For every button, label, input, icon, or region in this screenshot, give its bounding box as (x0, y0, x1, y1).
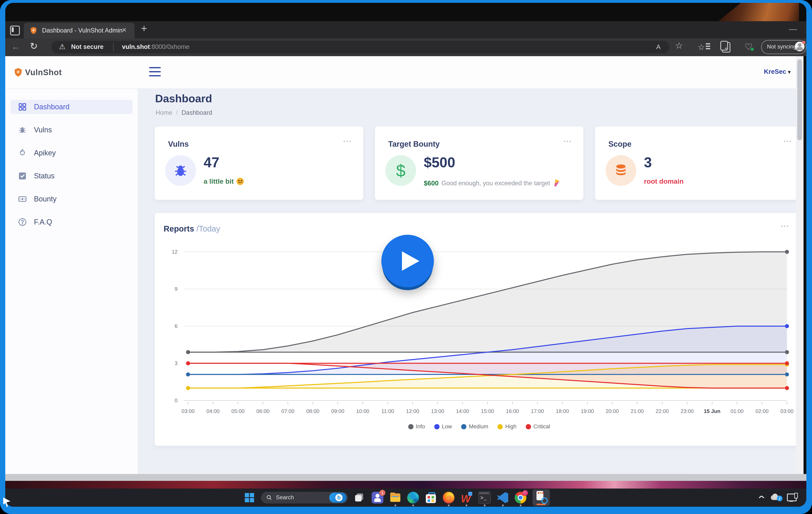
desktop-top-strip (5, 3, 806, 21)
legend-item[interactable]: High (497, 424, 517, 430)
terminal-icon[interactable]: >_ (478, 491, 491, 504)
framed-screen-recording: Dashboard - VulnShot Admin × + — ← ↻ ⚠ N… (0, 0, 812, 514)
bing-chat-icon[interactable]: b (329, 492, 347, 503)
vscode-icon[interactable] (497, 492, 509, 504)
sync-status-button[interactable]: Not syncing (761, 40, 806, 54)
sidebar-item-vulns[interactable]: Vulns (10, 123, 133, 137)
tab-close-icon[interactable]: × (122, 26, 126, 34)
tray-chevron-icon[interactable] (757, 493, 766, 502)
desktop-wallpaper-strip (5, 481, 806, 489)
confetti-ball-emoji (552, 179, 561, 188)
vulns-card: Vulns ••• 47 a little bit (155, 126, 363, 200)
sidebar-item-label: F.A.Q (34, 218, 52, 226)
sidebar-item-label: Vulns (34, 126, 52, 134)
collections-icon[interactable]: + (722, 42, 730, 53)
legend-label: Medium (469, 424, 488, 430)
firefox-icon[interactable] (443, 492, 455, 504)
video-play-button[interactable] (381, 235, 434, 287)
sidebar-item-bounty[interactable]: Bounty (10, 192, 133, 206)
bounty-amount: $500 (424, 154, 455, 171)
svg-text:3: 3 (175, 360, 178, 366)
reports-chart[interactable]: 03691203:0004:0005:0006:0007:0008:0009:0… (163, 245, 797, 427)
svg-text:11:00: 11:00 (381, 408, 394, 414)
svg-text:0: 0 (175, 397, 178, 403)
read-aloud-icon[interactable]: A (656, 43, 661, 51)
svg-text:07:00: 07:00 (281, 408, 294, 414)
vertical-scrollbar[interactable] (796, 56, 804, 474)
task-view-icon[interactable] (354, 492, 366, 504)
favorites-bar-icon[interactable]: ☆ (698, 42, 705, 52)
url-field[interactable]: ⚠ Not secure vuln.shot:8000/0xhome A (51, 41, 669, 53)
vulns-count: 47 (204, 154, 220, 171)
sidebar: Dashboard Vulns Apikey Status (5, 89, 138, 474)
edge-icon[interactable] (407, 492, 419, 504)
file-explorer-icon[interactable] (389, 492, 401, 504)
card-menu-icon[interactable]: ••• (781, 223, 789, 229)
play-icon (402, 251, 419, 271)
page-title: Dashboard (155, 92, 212, 105)
legend-label: Info (416, 424, 425, 430)
legend-swatch (434, 424, 439, 429)
breadcrumb-home[interactable]: Home (155, 109, 172, 116)
sync-label: Not syncing (767, 44, 796, 50)
sidebar-item-faq[interactable]: F.A.Q (10, 215, 133, 229)
bounty-target: $600 (424, 179, 438, 187)
wps-office-icon[interactable]: W (461, 492, 472, 504)
new-tab-icon[interactable]: + (141, 24, 147, 32)
sidebar-item-dashboard[interactable]: Dashboard (10, 100, 133, 114)
user-menu[interactable]: KreSec ▾ (764, 68, 791, 75)
url-host: vuln.shot (122, 43, 150, 50)
vulns-subtitle: a little bit (204, 177, 244, 185)
chrome-icon[interactable] (515, 492, 526, 504)
display-tray-icon[interactable] (787, 493, 798, 503)
legend-swatch (497, 424, 503, 429)
database-icon (606, 155, 636, 186)
legend-item[interactable]: Critical (526, 424, 550, 430)
svg-text:15:00: 15:00 (481, 408, 494, 414)
browser-essentials-icon[interactable]: ♡ (745, 41, 752, 52)
sidebar-item-label: Dashboard (34, 103, 69, 111)
card-menu-icon[interactable]: ••• (563, 138, 572, 144)
legend-item[interactable]: Info (408, 424, 425, 430)
browser-tab-strip: Dashboard - VulnShot Admin × + — (5, 21, 806, 38)
vertical-tabs-icon[interactable] (10, 26, 20, 35)
svg-text:03:00: 03:00 (780, 408, 793, 414)
horizontal-scrollbar[interactable] (5, 474, 806, 481)
scrollbar-thumb[interactable] (797, 59, 802, 140)
legend-item[interactable]: Medium (461, 424, 488, 430)
microsoft-store-icon[interactable] (425, 492, 437, 504)
scope-card: Scope ••• 3 root domain (595, 126, 804, 200)
onedrive-icon[interactable]: i (771, 493, 783, 502)
expressionless-face-emoji (236, 178, 244, 185)
hamburger-menu-icon[interactable] (149, 66, 161, 78)
svg-text:20:00: 20:00 (606, 408, 619, 414)
refresh-icon[interactable]: ↻ (30, 42, 38, 50)
bounty-subtitle: $600 Good enough, you exceeded the targe… (424, 179, 560, 187)
teams-icon[interactable]: 1 (372, 492, 383, 504)
svg-text:9: 9 (175, 286, 178, 292)
profile-avatar[interactable] (795, 41, 805, 51)
taskbar-search[interactable]: Search b (261, 492, 348, 504)
card-menu-icon[interactable]: ••• (343, 138, 352, 144)
snipping-tool-active[interactable] (532, 489, 550, 506)
sidebar-item-apikey[interactable]: Apikey (10, 146, 133, 160)
logo[interactable]: VulnShot (13, 67, 62, 77)
start-button[interactable] (243, 492, 255, 504)
sidebar-item-label: Status (34, 172, 55, 180)
back-icon[interactable]: ← (11, 42, 21, 51)
window-minimize-icon[interactable]: — (789, 25, 797, 33)
app-header: VulnShot KreSec ▾ (5, 56, 804, 89)
legend-label: Critical (533, 424, 550, 430)
search-label: Search (276, 494, 294, 501)
favorite-star-icon[interactable]: ☆ (675, 41, 683, 50)
browser-tab[interactable]: Dashboard - VulnShot Admin × (24, 23, 135, 38)
security-warning-icon[interactable]: ⚠ (59, 42, 65, 51)
svg-text:05:00: 05:00 (231, 408, 244, 414)
svg-text:15 Jun: 15 Jun (704, 408, 720, 414)
card-menu-icon[interactable]: ••• (784, 138, 792, 144)
svg-text:13:00: 13:00 (431, 408, 444, 414)
sidebar-item-status[interactable]: Status (10, 169, 133, 183)
legend-item[interactable]: Low (434, 424, 452, 430)
url-text: vuln.shot:8000/0xhome (122, 43, 190, 51)
bug-icon (165, 155, 196, 186)
